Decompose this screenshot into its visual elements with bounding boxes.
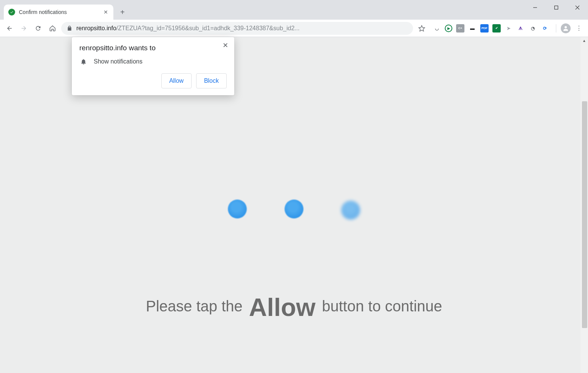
- vertical-scrollbar[interactable]: ▲: [580, 37, 588, 373]
- window-maximize-button[interactable]: [546, 0, 567, 15]
- arc-icon[interactable]: ◡: [433, 24, 441, 33]
- window-minimize-button[interactable]: [525, 0, 546, 15]
- c-plus-icon[interactable]: C+: [456, 24, 464, 33]
- lock-icon: [67, 25, 73, 31]
- window-titlebar: Confirm notifications ✕ +: [0, 0, 588, 20]
- extensions-row: ◡▶C+▬PDF✔➤⩚◔⟳: [430, 24, 551, 33]
- pdf-icon[interactable]: PDF: [480, 24, 489, 33]
- new-tab-button[interactable]: +: [116, 6, 128, 18]
- allow-button[interactable]: Allow: [161, 73, 192, 88]
- browser-toolbar: renropsitto.info/ZTEZUA?tag_id=751956&su…: [0, 20, 588, 37]
- popup-permission-label: Show notifications: [94, 58, 142, 65]
- play-icon[interactable]: ▶: [445, 25, 452, 32]
- scrollbar-thumb[interactable]: [582, 101, 587, 328]
- address-bar[interactable]: renropsitto.info/ZTEZUA?tag_id=751956&su…: [61, 22, 413, 35]
- url-text: renropsitto.info/ZTEZUA?tag_id=751956&su…: [76, 25, 408, 32]
- window-controls: [525, 0, 588, 15]
- bell-icon: [80, 58, 87, 65]
- refresh-icon[interactable]: ⟳: [541, 24, 549, 33]
- notification-permission-popup: ✕ renropsitto.info wants to Show notific…: [72, 37, 234, 95]
- headline-post: button to continue: [318, 298, 442, 314]
- loading-dot: [341, 201, 360, 220]
- checkmark-icon: [8, 9, 15, 15]
- graph-icon[interactable]: ⩚: [517, 24, 525, 33]
- popup-actions: Allow Block: [79, 73, 227, 88]
- tab-title: Confirm notifications: [19, 9, 99, 15]
- close-tab-button[interactable]: ✕: [103, 9, 109, 15]
- scroll-up-arrow-icon[interactable]: ▲: [582, 38, 587, 43]
- home-button[interactable]: [47, 23, 58, 34]
- loading-dot: [228, 200, 247, 218]
- url-path: /ZTEZUA?tag_id=751956&sub_id1=adhdk_339-…: [116, 25, 300, 31]
- headline-strong: Allow: [247, 293, 318, 321]
- profile-button[interactable]: [561, 23, 571, 33]
- browser-tab[interactable]: Confirm notifications ✕: [4, 5, 113, 20]
- window-close-button[interactable]: [567, 0, 588, 15]
- send-icon[interactable]: ➤: [504, 24, 513, 33]
- headline-pre: Please tap the: [146, 298, 247, 314]
- loading-dot: [285, 200, 303, 218]
- gauge-icon[interactable]: ◔: [529, 24, 537, 33]
- back-button[interactable]: [4, 23, 15, 34]
- toolbar-separator: [556, 24, 556, 33]
- page-headline: Please tap the Allow button to continue: [146, 293, 442, 322]
- block-button[interactable]: Block: [196, 73, 227, 88]
- forward-button[interactable]: [18, 23, 29, 34]
- svg-rect-1: [555, 6, 558, 9]
- loading-dots: [228, 200, 360, 218]
- popup-title: renropsitto.info wants to: [79, 44, 227, 52]
- popup-close-button[interactable]: ✕: [221, 41, 230, 50]
- bookmark-star-button[interactable]: [416, 23, 427, 34]
- popup-permission-row: Show notifications: [79, 58, 227, 65]
- kebab-menu-button[interactable]: ⋮: [574, 23, 584, 34]
- url-host: renropsitto.info: [76, 25, 116, 31]
- shield-icon[interactable]: ✔: [492, 24, 501, 33]
- screen-icon[interactable]: ▬: [468, 24, 477, 33]
- reload-button[interactable]: [32, 23, 44, 34]
